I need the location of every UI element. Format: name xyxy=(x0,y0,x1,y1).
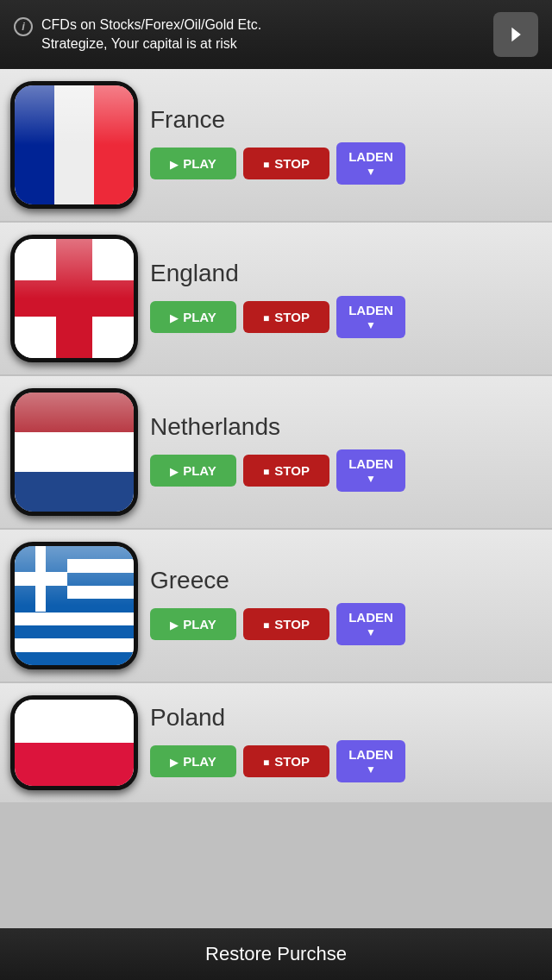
country-row-netherlands: Netherlands PLAY STOP LADEN ▼ xyxy=(0,376,552,528)
england-stop-button[interactable]: STOP xyxy=(243,301,329,333)
greece-play-button[interactable]: PLAY xyxy=(150,608,236,640)
netherlands-info: Netherlands PLAY STOP LADEN ▼ xyxy=(150,413,542,492)
netherlands-stop-button[interactable]: STOP xyxy=(243,455,329,487)
stop-icon xyxy=(263,156,269,171)
france-laden-button[interactable]: LADEN ▼ xyxy=(336,142,405,185)
arrow-right-icon xyxy=(504,22,528,47)
england-cross-v xyxy=(56,239,91,358)
france-play-label: PLAY xyxy=(183,156,216,171)
laden-down-icon: ▼ xyxy=(366,473,376,485)
flag-poland xyxy=(10,695,138,790)
france-red-stripe xyxy=(94,85,134,204)
france-blue-stripe xyxy=(15,85,54,204)
england-buttons: PLAY STOP LADEN ▼ xyxy=(150,296,542,338)
greece-laden-button[interactable]: LADEN ▼ xyxy=(336,603,405,645)
england-play-button[interactable]: PLAY xyxy=(150,301,236,333)
france-white-stripe xyxy=(54,85,94,204)
greece-cross-v xyxy=(35,546,46,612)
laden-down-icon: ▼ xyxy=(366,626,376,638)
flag-france xyxy=(10,81,138,209)
laden-down-icon: ▼ xyxy=(366,166,376,178)
france-play-button[interactable]: PLAY xyxy=(150,148,236,179)
greece-info: Greece PLAY STOP LADEN ▼ xyxy=(150,567,542,645)
play-icon xyxy=(170,310,178,324)
france-buttons: PLAY STOP LADEN ▼ xyxy=(150,142,542,185)
header-left: i CFDs on Stocks/Forex/Oil/Gold Etc. Str… xyxy=(14,16,485,54)
poland-info: Poland PLAY STOP LADEN ▼ xyxy=(150,704,542,782)
poland-name: Poland xyxy=(150,704,542,732)
country-list: France PLAY STOP LADEN ▼ xyxy=(0,69,552,928)
greece-stripe-9 xyxy=(15,652,134,665)
netherlands-laden-button[interactable]: LADEN ▼ xyxy=(336,449,405,492)
stop-icon xyxy=(263,754,269,769)
poland-laden-button[interactable]: LADEN ▼ xyxy=(336,740,405,782)
country-row-france: France PLAY STOP LADEN ▼ xyxy=(0,69,552,221)
header-line1: CFDs on Stocks/Forex/Oil/Gold Etc. xyxy=(41,16,261,35)
netherlands-stop-label: STOP xyxy=(274,463,310,478)
france-info: France PLAY STOP LADEN ▼ xyxy=(150,106,542,185)
bottom-bar: Restore Purchse xyxy=(0,928,552,980)
poland-red-stripe xyxy=(15,743,134,786)
france-stop-button[interactable]: STOP xyxy=(243,148,329,179)
netherlands-name: Netherlands xyxy=(150,413,542,441)
laden-down-icon: ▼ xyxy=(366,763,376,776)
next-arrow-button[interactable] xyxy=(493,12,538,57)
france-stop-label: STOP xyxy=(274,156,310,171)
netherlands-play-label: PLAY xyxy=(183,463,216,478)
greece-stripe-7 xyxy=(15,625,134,638)
france-laden-label: LADEN xyxy=(348,149,393,164)
england-stop-label: STOP xyxy=(274,310,310,324)
play-icon xyxy=(170,617,178,631)
france-name: France xyxy=(150,106,542,134)
greece-name: Greece xyxy=(150,567,542,594)
poland-white-stripe xyxy=(15,700,134,743)
greece-play-label: PLAY xyxy=(183,617,216,631)
laden-down-icon: ▼ xyxy=(366,319,376,331)
netherlands-play-button[interactable]: PLAY xyxy=(150,455,236,487)
poland-laden-label: LADEN xyxy=(348,747,393,762)
flag-england xyxy=(10,235,138,362)
greece-stop-label: STOP xyxy=(274,617,310,631)
flag-netherlands xyxy=(10,388,138,516)
poland-stop-button[interactable]: STOP xyxy=(243,745,329,777)
flag-greece xyxy=(10,542,138,669)
stop-icon xyxy=(263,310,269,324)
england-laden-label: LADEN xyxy=(348,303,393,317)
play-icon xyxy=(170,156,178,171)
greece-laden-label: LADEN xyxy=(348,610,393,625)
header-text: CFDs on Stocks/Forex/Oil/Gold Etc. Strat… xyxy=(41,16,261,54)
greece-stripe-6 xyxy=(15,612,134,625)
netherlands-buttons: PLAY STOP LADEN ▼ xyxy=(150,449,542,492)
netherlands-blue-stripe xyxy=(15,472,134,512)
header: i CFDs on Stocks/Forex/Oil/Gold Etc. Str… xyxy=(0,0,552,69)
netherlands-white-stripe xyxy=(15,432,134,472)
netherlands-red-stripe xyxy=(15,393,134,432)
play-icon xyxy=(170,754,178,769)
england-laden-button[interactable]: LADEN ▼ xyxy=(336,296,405,338)
stop-icon xyxy=(263,617,269,631)
poland-play-button[interactable]: PLAY xyxy=(150,745,236,777)
poland-buttons: PLAY STOP LADEN ▼ xyxy=(150,740,542,782)
country-row-poland: Poland PLAY STOP LADEN ▼ xyxy=(0,683,552,802)
england-name: England xyxy=(150,260,542,287)
england-info: England PLAY STOP LADEN ▼ xyxy=(150,260,542,338)
netherlands-laden-label: LADEN xyxy=(348,456,393,471)
greece-buttons: PLAY STOP LADEN ▼ xyxy=(150,603,542,645)
poland-play-label: PLAY xyxy=(183,754,216,769)
country-row-england: England PLAY STOP LADEN ▼ xyxy=(0,223,552,374)
greece-stop-button[interactable]: STOP xyxy=(243,608,329,640)
info-icon[interactable]: i xyxy=(14,17,33,36)
country-row-greece: Greece PLAY STOP LADEN ▼ xyxy=(0,530,552,682)
play-icon xyxy=(170,463,178,478)
restore-purchase-button[interactable]: Restore Purchse xyxy=(205,943,347,965)
header-line2: Strategize, Your capital is at risk xyxy=(41,35,261,53)
greece-stripe-8 xyxy=(15,638,134,651)
stop-icon xyxy=(263,463,269,478)
england-play-label: PLAY xyxy=(183,310,216,324)
poland-stop-label: STOP xyxy=(274,754,310,769)
